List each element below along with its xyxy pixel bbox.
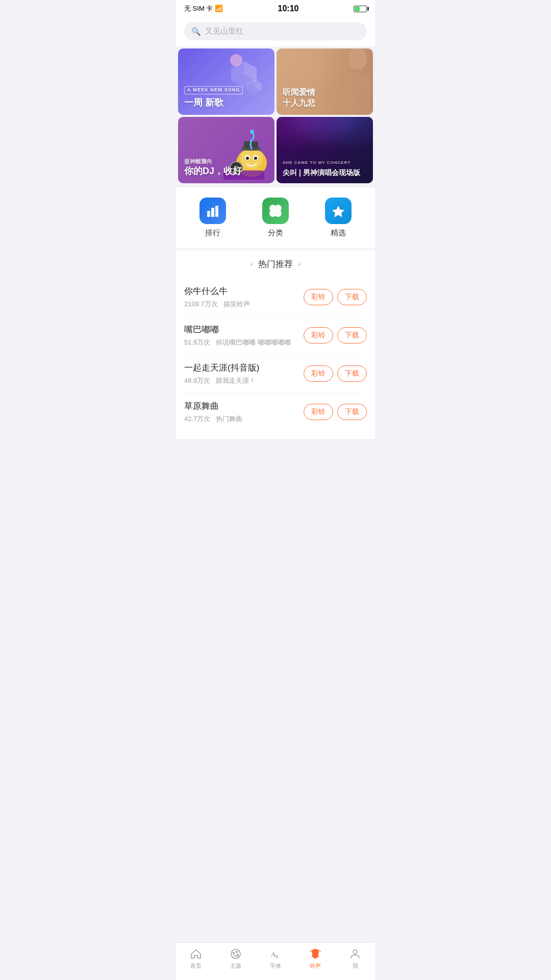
bottom-nav-me[interactable]: 我 [335,948,375,970]
search-icon: 🔍 [191,27,201,36]
status-bar: 无 SIM 卡 📶 10:10 [176,0,375,17]
svg-rect-20 [207,211,210,217]
nav-ranking[interactable]: 排行 [181,198,244,238]
nav-featured[interactable]: 精选 [307,198,370,238]
banner-3-title: 你的DJ，收好 [184,165,242,177]
download-button-4[interactable]: 下载 [337,404,367,420]
ranking-icon [206,204,220,218]
song-actions-2: 彩铃 下载 [304,327,367,344]
song-info-1: 你牛什么牛 2109.7万次 搞笑铃声 [184,285,304,309]
bottom-nav-ringtone[interactable]: 铃声 [295,948,335,970]
song-plays-1: 2109.7万次 [184,300,218,308]
font-label: 字体 [270,962,281,970]
featured-icon-box [325,198,352,224]
ringtone-button-1[interactable]: 彩铃 [304,289,333,305]
bottom-nav-font[interactable]: A a 字体 [256,948,295,970]
ringtone-button-2[interactable]: 彩铃 [304,327,333,344]
search-bar[interactable]: 🔍 又见山里红 [184,22,367,40]
svg-point-3 [230,54,242,66]
bottom-nav-home[interactable]: 首页 [176,948,216,970]
song-tag-1: 搞笑铃声 [223,300,250,308]
theme-icon [230,948,242,960]
section-header: ● 热门推荐 ● [184,258,367,270]
song-tag-3: 跟我走天涯！ [216,377,256,384]
bottom-nav-theme[interactable]: 主题 [216,948,256,970]
banner-concert[interactable]: SHE CAME TO MY CONCERT 尖叫 | 男神演唱会现场版 [277,117,373,183]
banner-1-text: A WEEK NEW SONG 一周 新歌 [184,83,243,109]
song-meta-4: 42.7万次 热门舞曲 [184,414,304,424]
banner-1-tag: A WEEK NEW SONG [184,86,243,94]
banner-3-text: 提神醒脑向 你的DJ，收好 [184,158,242,177]
song-item-3: 一起走天涯(抖音版) 48.9万次 跟我走天涯！ 彩铃 下载 [184,355,367,393]
svg-rect-22 [215,206,218,217]
category-icon-box [262,198,289,224]
song-item-4: 草原舞曲 42.7万次 热门舞曲 彩铃 下载 [184,393,367,431]
svg-point-28 [231,949,240,959]
search-input[interactable]: 又见山里红 [205,27,243,36]
song-title-2: 嘴巴嘟嘟 [184,324,304,335]
banner-love-song[interactable]: 听闻爱情十人九悲 [277,48,373,115]
section-title: 热门推荐 [258,258,293,270]
ranking-icon-box [199,198,226,224]
song-info-4: 草原舞曲 42.7万次 热门舞曲 [184,400,304,424]
svg-point-26 [274,210,282,217]
download-button-3[interactable]: 下载 [337,365,367,382]
song-info-2: 嘴巴嘟嘟 51.9万次 你说嘴巴嘟嘟 嘟嘟嘟嘟嘟 [184,324,304,347]
svg-point-14 [246,157,249,160]
category-label: 分类 [268,228,283,238]
home-icon [190,948,202,960]
theme-label: 主题 [230,962,241,970]
song-title-1: 你牛什么牛 [184,285,304,297]
song-meta-3: 48.9万次 跟我走天涯！ [184,376,304,385]
song-plays-3: 48.9万次 [184,377,210,384]
banner-grid: A WEEK NEW SONG 一周 新歌 听闻爱情十人九悲 [176,46,375,185]
song-tag-2: 你说嘴巴嘟嘟 嘟嘟嘟嘟嘟 [216,338,291,346]
song-item-1: 你牛什么牛 2109.7万次 搞笑铃声 彩铃 下载 [184,278,367,316]
song-title-3: 一起走天涯(抖音版) [184,362,304,374]
banner-4-tag: SHE CAME TO MY CONCERT [283,160,369,165]
section-dot-right: ● [298,261,301,267]
banner-4-title: 尖叫 | 男神演唱会现场版 [283,168,369,177]
ringtone-icon [309,948,321,960]
category-icon [268,204,283,218]
banner-2-text: 听闻爱情十人九悲 [283,87,315,109]
svg-point-7 [348,48,367,70]
banner-dj[interactable]: 提神醒脑向 你的DJ，收好 [178,117,274,183]
banner-2-title: 听闻爱情十人九悲 [283,87,315,109]
song-meta-2: 51.9万次 你说嘴巴嘟嘟 嘟嘟嘟嘟嘟 [184,338,304,347]
song-item-2: 嘴巴嘟嘟 51.9万次 你说嘴巴嘟嘟 嘟嘟嘟嘟嘟 彩铃 下载 [184,316,367,355]
font-icon: A a [269,948,282,960]
svg-point-30 [236,951,238,953]
svg-point-29 [233,952,235,954]
svg-rect-21 [211,208,214,217]
svg-marker-27 [332,206,344,217]
song-title-4: 草原舞曲 [184,400,304,412]
song-actions-4: 彩铃 下载 [304,404,367,420]
section-dot-left: ● [250,261,253,267]
svg-point-34 [353,950,357,954]
battery-icon [354,6,367,12]
ringtone-label: 铃声 [310,962,321,970]
me-icon [349,948,361,960]
status-carrier: 无 SIM 卡 📶 [184,4,223,13]
download-button-1[interactable]: 下载 [337,289,367,305]
banner-weekly-new-songs[interactable]: A WEEK NEW SONG 一周 新歌 [178,48,274,115]
song-actions-3: 彩铃 下载 [304,365,367,382]
banner-1-title: 一周 新歌 [184,97,243,109]
me-label: 我 [353,962,358,970]
banner-3-subtitle: 提神醒脑向 [184,158,242,165]
ranking-label: 排行 [205,228,220,238]
svg-point-16 [250,130,254,134]
ringtone-button-3[interactable]: 彩铃 [304,365,333,382]
ringtone-button-4[interactable]: 彩铃 [304,404,333,420]
status-right [354,6,367,12]
song-info-3: 一起走天涯(抖音版) 48.9万次 跟我走天涯！ [184,362,304,385]
home-label: 首页 [190,962,202,970]
song-tag-4: 热门舞曲 [216,415,242,423]
banner-2-figure [330,48,370,115]
download-button-2[interactable]: 下载 [337,327,367,344]
nav-category[interactable]: 分类 [244,198,307,238]
song-meta-1: 2109.7万次 搞笑铃声 [184,300,304,309]
hot-section: ● 热门推荐 ● 你牛什么牛 2109.7万次 搞笑铃声 彩铃 下载 嘴巴嘟嘟 … [176,250,375,439]
svg-text:a: a [276,953,279,959]
